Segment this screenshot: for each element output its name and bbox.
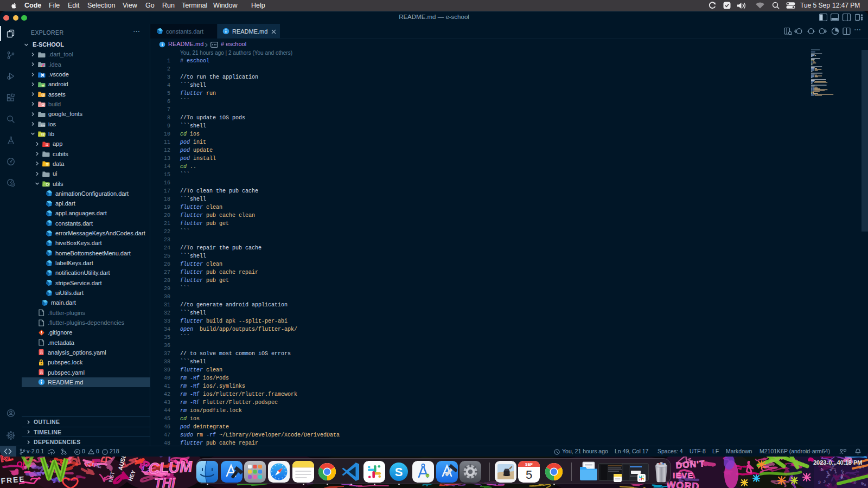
svg-text:IEVE: IEVE (673, 471, 693, 480)
svg-text:CLUM: CLUM (148, 458, 193, 477)
svg-text:ios: ios (41, 124, 45, 127)
svg-text:5: 5 (526, 468, 532, 481)
svg-text:SEP: SEP (525, 463, 533, 466)
svg-text:THI: THI (154, 476, 176, 488)
svg-text:OI: OI (16, 459, 25, 469)
svg-text:S: S (395, 465, 403, 479)
